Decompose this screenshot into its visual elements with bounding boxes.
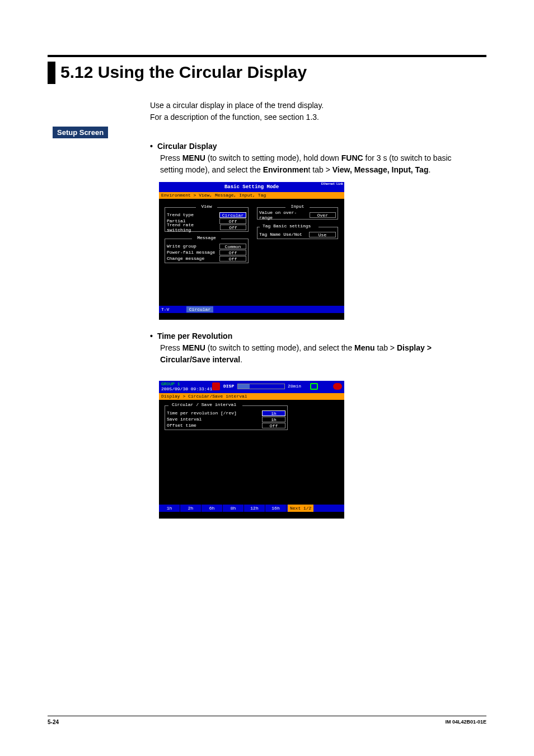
group-message-label: Message <box>197 235 216 240</box>
group-tag-label: Tag Basic settings <box>261 223 312 228</box>
row-trend-rate: Trend rate switching <box>167 222 220 232</box>
shot2-breadcrumb: Display > Circular/Save interval <box>159 393 344 400</box>
shot2-titlebar: GROUP 1 2005/09/30 09:33:41 DISP 28min <box>159 381 344 393</box>
val-time-per-rev[interactable]: 1h <box>262 410 285 416</box>
row-change-msg: Change message <box>167 256 204 261</box>
document-id: IM 04L42B01-01E <box>445 719 486 725</box>
bullet1-head: Circular Display <box>157 142 217 151</box>
row-trend-type: Trend type <box>167 212 194 217</box>
intro-text: Use a circular display in place of the t… <box>150 100 324 123</box>
page-footer: 5-24 IM 04L42B01-01E <box>48 716 486 725</box>
timestamp: 2005/09/30 09:33:41 <box>161 386 212 391</box>
val-change-msg[interactable]: Off <box>219 256 246 262</box>
row-tag-name: Tag Name Use/Not <box>259 232 302 237</box>
shot2-body: Circular / Save interval Time per revolu… <box>159 400 344 512</box>
intro-line1: Use a circular display in place of the t… <box>150 100 324 111</box>
group-label: GROUP 1 <box>161 381 180 386</box>
b2-period: . <box>240 355 242 364</box>
tab-12h[interactable]: 12h <box>244 505 265 512</box>
b1-func: FUNC <box>341 153 363 162</box>
shot1-body: View Trend typeCircular PartialOff Trend… <box>159 199 344 313</box>
val-trend-type[interactable]: Circular <box>219 212 246 218</box>
row-save-interval: Save interval <box>167 417 202 422</box>
shot1-titlebar: Basic Setting Mode Ethernet Link <box>159 182 344 192</box>
b1-tail: View, Message, Input, Tag <box>332 165 429 174</box>
group-circular-save: Circular / Save interval Time per revolu… <box>165 405 288 430</box>
media-icon <box>310 383 318 390</box>
section-rule <box>48 55 486 57</box>
screenshot-display-circular: GROUP 1 2005/09/30 09:33:41 DISP 28min D… <box>159 381 344 519</box>
screenshot-basic-setting: Basic Setting Mode Ethernet Link Environ… <box>159 182 344 320</box>
tv-label: T-V <box>161 306 184 313</box>
shot1-title: Basic Setting Mode <box>224 184 279 190</box>
tab-1h[interactable]: 1h <box>159 505 180 512</box>
tab-8h[interactable]: 8h <box>223 505 244 512</box>
row-offset-time: Offset time <box>167 423 196 428</box>
tab-6h[interactable]: 6h <box>202 505 223 512</box>
section-marker <box>48 62 55 84</box>
stop-icon <box>212 382 220 390</box>
ethernet-link-icon: Ethernet Link <box>321 183 343 186</box>
group-view: View Trend typeCircular PartialOff Trend… <box>165 207 249 232</box>
intro-line2: For a description of the function, see s… <box>150 111 324 123</box>
val-over-range[interactable]: Over <box>310 212 336 218</box>
group-tag: Tag Basic settings Tag Name Use/NotUse <box>257 227 338 239</box>
b2-menutab: Menu <box>354 343 375 352</box>
row-power-fail: Power-fail message <box>167 250 215 255</box>
b2-pre: Press <box>160 343 182 352</box>
disp-label: DISP <box>223 384 234 389</box>
b1-env: Environmen <box>263 165 308 174</box>
next-page-button[interactable]: Next 1/2 <box>288 505 313 512</box>
group-view-label: View <box>198 204 215 209</box>
row-over-range: Value on over-range <box>259 210 310 220</box>
val-tag-name[interactable]: Use <box>309 232 336 237</box>
val-offset-time[interactable]: Off <box>262 423 285 428</box>
tab-16h[interactable]: 16h <box>265 505 287 512</box>
bottom-value[interactable]: Circular <box>186 306 213 312</box>
row-write-group: Write group <box>167 244 196 249</box>
b1-pre: Press <box>160 153 182 162</box>
shot2-bottombar: 1h2h6h8h12h16hNext 1/2 <box>159 505 344 512</box>
section-title: 5.12 Using the Circular Display <box>60 63 307 82</box>
b1-period: . <box>428 165 430 174</box>
b2-mid2: tab > <box>375 343 397 352</box>
progress-bar <box>237 384 285 389</box>
bullet-dot: • <box>150 142 153 151</box>
b1-menu: MENU <box>182 153 205 162</box>
group-message: Message Write groupCommon Power-fail mes… <box>165 239 249 263</box>
shot1-bottombar: T-V Circular <box>159 306 344 313</box>
val-save-interval[interactable]: 1h <box>262 417 285 422</box>
setup-screen-label: Setup Screen <box>53 127 108 138</box>
val-partial[interactable]: Off <box>219 218 246 224</box>
bullet-dot-2: • <box>150 332 153 340</box>
b2-mid1: (to switch to setting mode), and select … <box>205 343 354 352</box>
b2-menu: MENU <box>182 343 205 352</box>
val-trend-rate[interactable]: Off <box>220 225 246 230</box>
bullet-time-per-rev: •Time per Revolution Press MENU (to swit… <box>150 330 475 366</box>
bullet-circular-display: •Circular Display Press MENU (to switch … <box>150 141 475 176</box>
row-time-per-rev: Time per revolution [/rev] <box>167 410 237 416</box>
time-remaining: 28min <box>288 384 301 389</box>
val-write-group[interactable]: Common <box>219 244 246 249</box>
page-number: 5-24 <box>48 719 59 725</box>
val-power-fail[interactable]: Off <box>219 250 246 255</box>
group-input-label: Input <box>291 204 304 209</box>
b1-mid3: t tab > <box>308 165 332 174</box>
group-circular-label: Circular / Save interval <box>170 402 238 407</box>
b1-mid1: (to switch to setting mode), hold down <box>205 153 341 162</box>
shot1-breadcrumb: Environment > View, Message, Input, Tag <box>159 192 344 199</box>
bullet2-head: Time per Revolution <box>157 332 232 340</box>
tab-2h[interactable]: 2h <box>180 505 202 512</box>
alarm-icon <box>333 383 342 390</box>
group-input: Input Value on over-rangeOver <box>257 207 338 220</box>
